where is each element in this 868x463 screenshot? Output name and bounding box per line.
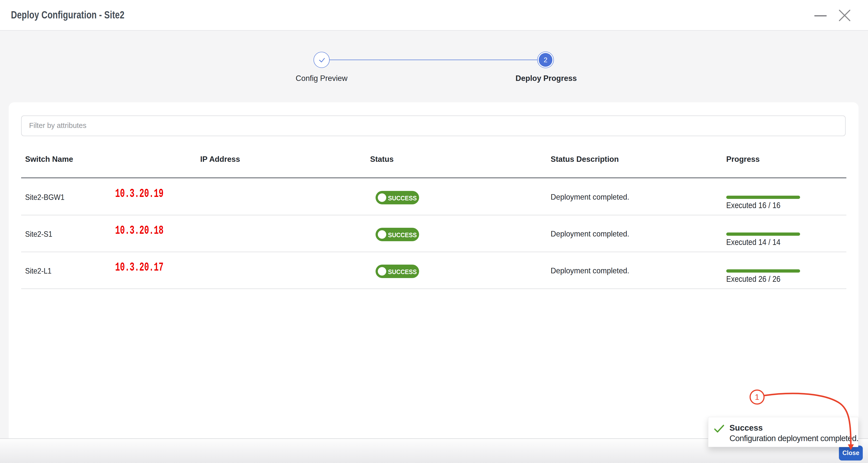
svg-text:1: 1: [755, 393, 759, 402]
